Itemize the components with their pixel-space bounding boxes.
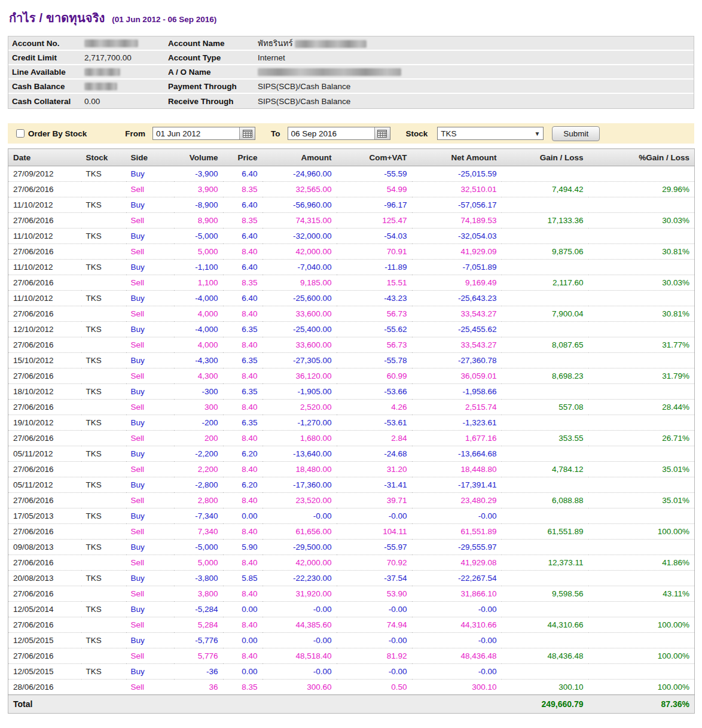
cell-stock bbox=[81, 680, 126, 695]
cell-price: 6.20 bbox=[223, 446, 263, 462]
cell-date: 12/05/2014 bbox=[8, 602, 81, 617]
cell-pct-gain-loss: 35.01% bbox=[588, 462, 695, 477]
cell-price: 6.35 bbox=[223, 353, 263, 368]
cell-gain-loss bbox=[502, 571, 588, 586]
ao-name-label: A / O Name bbox=[168, 68, 258, 77]
cash-balance-label: Cash Balance bbox=[8, 82, 84, 91]
stock-label: Stock bbox=[406, 129, 428, 138]
cell-com-vat: -55.97 bbox=[337, 540, 412, 555]
cell-net-amount: -0.00 bbox=[412, 664, 502, 680]
order-by-stock-checkbox[interactable] bbox=[16, 129, 25, 138]
ao-name-value bbox=[258, 68, 694, 77]
cell-amount: 36,120.00 bbox=[263, 368, 337, 384]
cell-net-amount: 41,929.09 bbox=[412, 244, 502, 260]
to-calendar-button[interactable] bbox=[374, 127, 390, 139]
cell-date: 20/08/2013 bbox=[8, 571, 81, 586]
cell-pct-gain-loss bbox=[588, 166, 695, 182]
submit-button[interactable]: Submit bbox=[552, 126, 600, 141]
cell-price: 5.85 bbox=[223, 571, 263, 586]
cell-side: Sell bbox=[126, 244, 174, 260]
total-pct-gain-loss: 87.36% bbox=[588, 695, 695, 714]
cell-gain-loss: 17,133.36 bbox=[502, 213, 588, 229]
table-row: 27/09/2012TKSBuy-3,9006.40-24,960.00-55.… bbox=[8, 166, 695, 182]
cell-pct-gain-loss: 43.11% bbox=[588, 586, 695, 602]
cell-gain-loss: 44,310.66 bbox=[502, 617, 588, 633]
account-type-label: Account Type bbox=[168, 53, 258, 62]
cell-volume: 8,900 bbox=[174, 213, 223, 229]
filter-bar: Order By Stock From To bbox=[8, 123, 694, 144]
cell-net-amount: -57,056.17 bbox=[412, 197, 502, 213]
cell-date: 27/06/2016 bbox=[8, 400, 81, 415]
cell-date: 27/06/2016 bbox=[8, 462, 81, 477]
cell-stock bbox=[81, 555, 126, 571]
cell-gain-loss bbox=[502, 540, 588, 555]
cell-gain-loss bbox=[502, 415, 588, 431]
cell-price: 6.40 bbox=[223, 260, 263, 275]
cell-com-vat: 15.51 bbox=[337, 275, 412, 291]
cell-stock bbox=[81, 182, 126, 197]
cell-stock bbox=[81, 368, 126, 384]
cell-com-vat: 2.84 bbox=[337, 431, 412, 446]
cell-gain-loss: 300.10 bbox=[502, 680, 588, 695]
cell-gain-loss: 7,494.42 bbox=[502, 182, 588, 197]
cell-net-amount: 44,310.66 bbox=[412, 617, 502, 633]
redacted-account-name bbox=[295, 40, 367, 48]
table-row: 27/06/2016Sell3,8008.4031,920.0053.9031,… bbox=[8, 586, 695, 602]
cell-side: Buy bbox=[126, 477, 174, 493]
cell-side: Buy bbox=[126, 508, 174, 524]
cell-gain-loss bbox=[502, 197, 588, 213]
cell-gain-loss: 2,117.60 bbox=[502, 275, 588, 291]
cell-date: 05/11/2012 bbox=[8, 477, 81, 493]
from-date-input[interactable] bbox=[153, 127, 239, 139]
cell-pct-gain-loss: 41.86% bbox=[588, 555, 695, 571]
cash-balance-value bbox=[84, 82, 168, 91]
cell-date: 15/10/2012 bbox=[8, 353, 81, 368]
order-by-stock-label: Order By Stock bbox=[28, 129, 87, 138]
header-stock: Stock bbox=[81, 149, 126, 166]
cell-side: Sell bbox=[126, 400, 174, 415]
cell-price: 6.40 bbox=[223, 291, 263, 306]
cell-pct-gain-loss bbox=[588, 633, 695, 648]
cell-amount: -1,905.00 bbox=[263, 384, 337, 400]
account-row: Account No. Account Name พัทธรินทร์ bbox=[8, 36, 694, 51]
cell-com-vat: -43.23 bbox=[337, 291, 412, 306]
cell-gain-loss bbox=[502, 633, 588, 648]
cell-stock: TKS bbox=[81, 602, 126, 617]
cell-net-amount: 2,515.74 bbox=[412, 400, 502, 415]
cell-pct-gain-loss bbox=[588, 384, 695, 400]
cell-amount: 48,518.40 bbox=[263, 648, 337, 664]
cell-stock bbox=[81, 493, 126, 508]
cell-stock bbox=[81, 524, 126, 540]
page-title: กำไร / ขาดทุนจริง bbox=[9, 11, 105, 25]
cell-amount: -22,230.00 bbox=[263, 571, 337, 586]
table-row: 27/06/2016Sell5,2848.4044,385.6074.9444,… bbox=[8, 617, 695, 633]
cell-side: Sell bbox=[126, 182, 174, 197]
account-name-value: พัทธรินทร์ bbox=[258, 36, 694, 50]
cell-side: Buy bbox=[126, 229, 174, 244]
cell-volume: -7,340 bbox=[174, 508, 223, 524]
cell-pct-gain-loss: 26.71% bbox=[588, 431, 695, 446]
table-row: 27/06/2016Sell5,0008.4042,000.0070.9141,… bbox=[8, 244, 695, 260]
cell-pct-gain-loss bbox=[588, 446, 695, 462]
cell-volume: 3,900 bbox=[174, 182, 223, 197]
stock-select[interactable]: TKS ▼ bbox=[437, 127, 544, 140]
cell-com-vat: -53.61 bbox=[337, 415, 412, 431]
cell-volume: 1,100 bbox=[174, 275, 223, 291]
cell-net-amount: 41,929.08 bbox=[412, 555, 502, 571]
cell-net-amount: -1,958.66 bbox=[412, 384, 502, 400]
to-date-input[interactable] bbox=[288, 127, 374, 139]
cell-volume: 5,000 bbox=[174, 555, 223, 571]
cell-com-vat: 31.20 bbox=[337, 462, 412, 477]
cell-amount: 33,600.00 bbox=[263, 306, 337, 322]
table-row: 05/11/2012TKSBuy-2,2006.20-13,640.00-24.… bbox=[8, 446, 695, 462]
cell-price: 8.40 bbox=[223, 306, 263, 322]
cell-amount: 2,520.00 bbox=[263, 400, 337, 415]
from-calendar-button[interactable] bbox=[239, 127, 255, 139]
table-row: 11/10/2012TKSBuy-1,1006.40-7,040.00-11.8… bbox=[8, 260, 695, 275]
cell-gain-loss: 48,436.48 bbox=[502, 648, 588, 664]
page-date-range: (01 Jun 2012 - 06 Sep 2016) bbox=[112, 15, 216, 24]
cell-volume: 4,300 bbox=[174, 368, 223, 384]
cell-volume: -4,000 bbox=[174, 291, 223, 306]
cell-side: Buy bbox=[126, 446, 174, 462]
cell-volume: 5,284 bbox=[174, 617, 223, 633]
